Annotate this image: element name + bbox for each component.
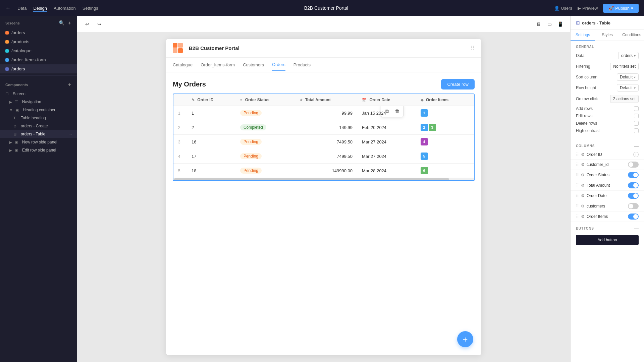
publish-arrow-icon: ▾ bbox=[631, 6, 633, 11]
data-select[interactable]: orders ▾ bbox=[618, 52, 639, 59]
tab-settings[interactable]: Settings bbox=[571, 30, 595, 41]
drag-icon[interactable]: ⠿ bbox=[576, 214, 579, 219]
scrollbar-thumb[interactable] bbox=[174, 178, 449, 180]
create-row-button[interactable]: Create row bbox=[441, 79, 475, 89]
column-toggle[interactable] bbox=[628, 172, 639, 178]
on-row-click-button[interactable]: 2 actions set bbox=[610, 95, 639, 103]
preview-button[interactable]: ▶ Preview bbox=[578, 6, 598, 11]
high-contrast-checkbox[interactable] bbox=[634, 128, 639, 133]
component-orders-create[interactable]: ⊕ orders - Create bbox=[0, 122, 77, 130]
nav-automation[interactable]: Automation bbox=[54, 4, 76, 12]
nav-settings[interactable]: Settings bbox=[83, 4, 98, 12]
order-item-badge: 6 bbox=[421, 167, 428, 174]
nav-orders[interactable]: Orders bbox=[272, 59, 285, 71]
gear-icon[interactable]: ⚙ bbox=[581, 193, 585, 198]
column-item: ⠿ ⚙ Total Amount bbox=[571, 180, 644, 191]
nav-order-items-form[interactable]: Order_items-form bbox=[201, 59, 235, 71]
cell-order-items: 1 bbox=[416, 106, 474, 120]
sort-column-select[interactable]: Default ▾ bbox=[617, 73, 639, 81]
add-screen-icon[interactable]: ＋ bbox=[67, 20, 72, 26]
publish-button[interactable]: 🚀 Publish ▾ bbox=[603, 4, 639, 13]
edit-rows-checkbox[interactable] bbox=[634, 114, 639, 118]
gear-icon[interactable]: ⚙ bbox=[581, 173, 585, 177]
canvas-toolbar: ↩ ↪ 🖥 ▭ 📱 bbox=[77, 16, 570, 32]
device-buttons: 🖥 ▭ 📱 bbox=[534, 19, 565, 29]
filtering-row: Filtering No filters set bbox=[576, 63, 639, 70]
tablet-view-button[interactable]: ▭ bbox=[545, 19, 554, 29]
component-navigation[interactable]: ▶ ☰ Navigation bbox=[0, 98, 77, 106]
add-rows-checkbox[interactable] bbox=[634, 106, 639, 111]
gear-icon[interactable]: ⚙ bbox=[581, 183, 585, 188]
table-row[interactable]: 417Pending7499.50Mar 27 20245 bbox=[173, 149, 474, 164]
sort-column-row: Sort column Default ▾ bbox=[576, 73, 639, 81]
tab-conditions[interactable]: Conditions bbox=[620, 30, 644, 41]
back-button[interactable]: ← bbox=[5, 5, 11, 11]
undo-button[interactable]: ↩ bbox=[83, 19, 92, 29]
dot-icon bbox=[5, 31, 9, 35]
search-icon[interactable]: 🔍 bbox=[59, 20, 64, 26]
delete-rows-checkbox[interactable] bbox=[634, 121, 639, 126]
buttons-collapse-icon[interactable]: — bbox=[634, 226, 639, 231]
column-toggle[interactable] bbox=[628, 162, 639, 168]
nav-products[interactable]: Products bbox=[293, 59, 311, 71]
column-toggle[interactable] bbox=[628, 193, 639, 199]
component-edit-row-panel[interactable]: ▶ ▣ Edit row side panel bbox=[0, 146, 77, 154]
nav-design[interactable]: Design bbox=[33, 4, 47, 12]
col-order-id: ✎ Order ID bbox=[187, 94, 235, 106]
add-button-button[interactable]: Add button bbox=[576, 235, 639, 245]
redo-button[interactable]: ↪ bbox=[95, 19, 104, 29]
table-row[interactable]: 11Pending99.99Jan 15 20241 bbox=[173, 106, 474, 120]
sidebar-item-order-items-form[interactable]: /order_items-form bbox=[0, 55, 77, 64]
component-orders-table[interactable]: ⊞ orders - Table ··· bbox=[0, 130, 77, 138]
sidebar-item-orders2[interactable]: /orders bbox=[0, 64, 77, 73]
column-toggle[interactable] bbox=[628, 182, 639, 188]
drag-icon[interactable]: ⠿ bbox=[576, 183, 579, 188]
fab-button[interactable]: ＋ bbox=[457, 331, 473, 347]
users-button[interactable]: 👤 Users bbox=[554, 6, 572, 11]
nav-catalogue[interactable]: Catalogue bbox=[173, 59, 193, 71]
column-toggle[interactable] bbox=[628, 214, 639, 220]
scrollbar-area[interactable] bbox=[173, 178, 474, 180]
canvas-content: B2B Customer Portal ⠿ Catalogue Order_it… bbox=[77, 32, 570, 362]
table-row[interactable]: 316Pending7499.50Mar 27 20244 bbox=[173, 135, 474, 149]
select-arrow-icon: ▾ bbox=[634, 54, 636, 58]
sidebar-item-orders1[interactable]: /orders bbox=[0, 28, 77, 37]
drag-icon[interactable]: ⠿ bbox=[576, 162, 579, 167]
mobile-view-button[interactable]: 📱 bbox=[555, 19, 565, 29]
drag-icon[interactable]: ⠿ bbox=[576, 204, 579, 208]
gear-icon[interactable]: ⚙ bbox=[581, 204, 585, 208]
columns-collapse-icon[interactable]: — bbox=[634, 143, 639, 148]
right-panel-header: ⊞ orders - Table bbox=[571, 16, 644, 30]
high-contrast-row: High contrast bbox=[576, 128, 639, 133]
component-table-heading[interactable]: T Table heading bbox=[0, 114, 77, 122]
app-nav: Catalogue Order_items-form Customers Ord… bbox=[166, 58, 481, 72]
gear-icon[interactable]: ⚙ bbox=[581, 214, 585, 219]
component-heading-container[interactable]: ▼ ▣ Heading container bbox=[0, 106, 77, 114]
table-row[interactable]: 22Completed149.99Feb 20 202423 bbox=[173, 120, 474, 135]
nav-customers[interactable]: Customers bbox=[243, 59, 264, 71]
gear-icon[interactable]: ⚙ bbox=[581, 152, 585, 157]
sidebar-item-catalogue[interactable]: /catalogue bbox=[0, 46, 77, 55]
more-menu-icon[interactable]: ··· bbox=[68, 132, 72, 136]
drag-icon[interactable]: ⠿ bbox=[576, 193, 579, 198]
sidebar-item-products[interactable]: /products bbox=[0, 37, 77, 46]
column-toggle[interactable] bbox=[628, 203, 639, 209]
expand-icon: ▶ bbox=[9, 140, 12, 144]
row-height-select[interactable]: Default ▾ bbox=[617, 84, 639, 92]
add-component-icon[interactable]: ＋ bbox=[67, 82, 72, 88]
dot-icon bbox=[5, 58, 9, 62]
component-screen[interactable]: ☐ Screen bbox=[0, 90, 77, 98]
desktop-view-button[interactable]: 🖥 bbox=[534, 19, 543, 29]
table-row[interactable]: 518Pending149990.00Mar 28 20246 bbox=[173, 164, 474, 178]
component-new-row-panel[interactable]: ▶ ▣ New row side panel bbox=[0, 138, 77, 146]
gear-icon[interactable]: ⚙ bbox=[581, 162, 585, 167]
screen-icon: ☐ bbox=[5, 92, 10, 96]
info-icon[interactable]: i bbox=[633, 152, 639, 157]
drag-icon[interactable]: ⠿ bbox=[576, 173, 579, 177]
general-title: GENERAL bbox=[576, 45, 639, 49]
filtering-select[interactable]: No filters set bbox=[610, 63, 639, 70]
nav-data[interactable]: Data bbox=[17, 4, 26, 12]
drag-icon[interactable]: ⠿ bbox=[576, 152, 579, 157]
tab-styles[interactable]: Styles bbox=[595, 30, 620, 41]
select-arrow-icon: ▾ bbox=[634, 75, 636, 79]
